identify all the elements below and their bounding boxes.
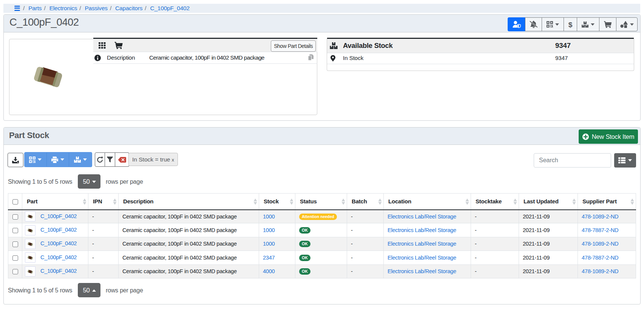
svg-text:$: $ — [568, 21, 573, 28]
